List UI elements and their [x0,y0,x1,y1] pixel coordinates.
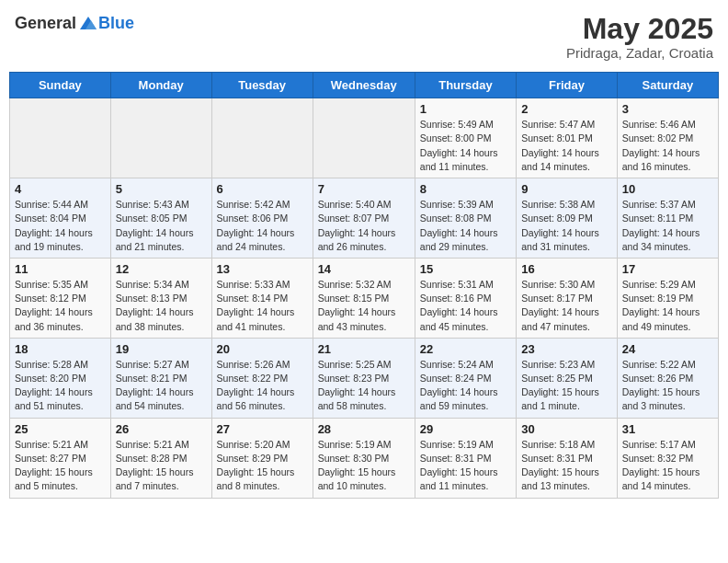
calendar-cell: 13Sunrise: 5:33 AMSunset: 8:14 PMDayligh… [211,258,313,338]
day-number: 24 [622,342,713,356]
day-info: Sunrise: 5:37 AMSunset: 8:11 PMDaylight:… [622,198,713,254]
day-info: Sunrise: 5:26 AMSunset: 8:22 PMDaylight:… [217,358,308,414]
day-info: Sunrise: 5:34 AMSunset: 8:13 PMDaylight:… [116,278,207,334]
day-info: Sunrise: 5:42 AMSunset: 8:06 PMDaylight:… [217,198,308,254]
day-number: 8 [420,182,511,196]
day-info: Sunrise: 5:27 AMSunset: 8:21 PMDaylight:… [116,358,207,414]
day-number: 5 [116,182,207,196]
calendar-cell: 23Sunrise: 5:23 AMSunset: 8:25 PMDayligh… [517,338,618,418]
week-row-1: 1Sunrise: 5:49 AMSunset: 8:00 PMDaylight… [10,98,719,178]
header-day-friday: Friday [517,73,618,98]
day-info: Sunrise: 5:23 AMSunset: 8:25 PMDaylight:… [521,358,612,414]
day-number: 4 [15,182,106,196]
day-number: 7 [318,182,410,196]
page-header: General Blue May 2025 Pridraga, Zadar, C… [9,9,719,64]
day-info: Sunrise: 5:46 AMSunset: 8:02 PMDaylight:… [622,118,713,174]
calendar-cell: 28Sunrise: 5:19 AMSunset: 8:30 PMDayligh… [313,418,415,498]
day-info: Sunrise: 5:24 AMSunset: 8:24 PMDaylight:… [420,358,511,414]
header-day-wednesday: Wednesday [313,73,415,98]
calendar-cell: 5Sunrise: 5:43 AMSunset: 8:05 PMDaylight… [110,178,211,259]
calendar-cell: 22Sunrise: 5:24 AMSunset: 8:24 PMDayligh… [415,338,516,418]
day-info: Sunrise: 5:29 AMSunset: 8:19 PMDaylight:… [622,278,713,334]
calendar-cell [313,98,415,178]
week-row-5: 25Sunrise: 5:21 AMSunset: 8:27 PMDayligh… [10,418,719,498]
day-number: 19 [116,342,207,356]
day-number: 6 [217,182,308,196]
day-number: 31 [622,422,713,436]
calendar-cell: 24Sunrise: 5:22 AMSunset: 8:26 PMDayligh… [617,338,718,418]
calendar-cell: 3Sunrise: 5:46 AMSunset: 8:02 PMDaylight… [617,98,718,178]
day-number: 16 [521,262,612,276]
calendar-cell: 19Sunrise: 5:27 AMSunset: 8:21 PMDayligh… [110,338,211,418]
logo-icon [78,13,98,33]
day-number: 22 [420,342,511,356]
day-info: Sunrise: 5:20 AMSunset: 8:29 PMDaylight:… [217,438,308,494]
calendar-cell: 14Sunrise: 5:32 AMSunset: 8:15 PMDayligh… [313,258,415,338]
header-day-tuesday: Tuesday [211,73,313,98]
calendar-body: 1Sunrise: 5:49 AMSunset: 8:00 PMDaylight… [10,98,719,498]
day-info: Sunrise: 5:19 AMSunset: 8:31 PMDaylight:… [420,438,511,494]
day-info: Sunrise: 5:30 AMSunset: 8:17 PMDaylight:… [521,278,612,334]
day-number: 12 [116,262,207,276]
calendar-cell: 15Sunrise: 5:31 AMSunset: 8:16 PMDayligh… [415,258,516,338]
day-info: Sunrise: 5:18 AMSunset: 8:31 PMDaylight:… [521,438,612,494]
calendar-cell: 25Sunrise: 5:21 AMSunset: 8:27 PMDayligh… [10,418,111,498]
day-number: 14 [318,262,410,276]
calendar-cell: 11Sunrise: 5:35 AMSunset: 8:12 PMDayligh… [10,258,111,338]
day-info: Sunrise: 5:21 AMSunset: 8:28 PMDaylight:… [116,438,207,494]
calendar-cell: 4Sunrise: 5:44 AMSunset: 8:04 PMDaylight… [10,178,111,259]
day-number: 17 [622,262,713,276]
day-info: Sunrise: 5:19 AMSunset: 8:30 PMDaylight:… [318,438,410,494]
day-number: 30 [521,422,612,436]
week-row-3: 11Sunrise: 5:35 AMSunset: 8:12 PMDayligh… [10,258,719,338]
day-number: 26 [116,422,207,436]
header-day-monday: Monday [110,73,211,98]
header-day-saturday: Saturday [617,73,718,98]
calendar-cell: 17Sunrise: 5:29 AMSunset: 8:19 PMDayligh… [617,258,718,338]
day-number: 28 [318,422,410,436]
day-info: Sunrise: 5:21 AMSunset: 8:27 PMDaylight:… [15,438,106,494]
week-row-4: 18Sunrise: 5:28 AMSunset: 8:20 PMDayligh… [10,338,719,418]
day-number: 21 [318,342,410,356]
logo: General Blue [15,13,134,33]
calendar-cell: 8Sunrise: 5:39 AMSunset: 8:08 PMDaylight… [415,178,516,259]
calendar-cell: 20Sunrise: 5:26 AMSunset: 8:22 PMDayligh… [211,338,313,418]
day-number: 9 [521,182,612,196]
calendar-cell [211,98,313,178]
day-info: Sunrise: 5:17 AMSunset: 8:32 PMDaylight:… [622,438,713,494]
logo-general: General [15,14,76,33]
day-info: Sunrise: 5:49 AMSunset: 8:00 PMDaylight:… [420,118,511,174]
header-day-thursday: Thursday [415,73,516,98]
subtitle: Pridraga, Zadar, Croatia [566,45,713,61]
day-number: 11 [15,262,106,276]
day-info: Sunrise: 5:32 AMSunset: 8:15 PMDaylight:… [318,278,410,334]
day-number: 29 [420,422,511,436]
week-row-2: 4Sunrise: 5:44 AMSunset: 8:04 PMDaylight… [10,178,719,259]
calendar-cell: 2Sunrise: 5:47 AMSunset: 8:01 PMDaylight… [517,98,618,178]
logo-blue: Blue [98,14,134,33]
day-number: 20 [217,342,308,356]
header-row: SundayMondayTuesdayWednesdayThursdayFrid… [10,73,719,98]
day-info: Sunrise: 5:38 AMSunset: 8:09 PMDaylight:… [521,198,612,254]
day-info: Sunrise: 5:31 AMSunset: 8:16 PMDaylight:… [420,278,511,334]
header-day-sunday: Sunday [10,73,111,98]
calendar-cell: 18Sunrise: 5:28 AMSunset: 8:20 PMDayligh… [10,338,111,418]
day-info: Sunrise: 5:40 AMSunset: 8:07 PMDaylight:… [318,198,410,254]
day-info: Sunrise: 5:43 AMSunset: 8:05 PMDaylight:… [116,198,207,254]
calendar-cell: 26Sunrise: 5:21 AMSunset: 8:28 PMDayligh… [110,418,211,498]
calendar-cell: 30Sunrise: 5:18 AMSunset: 8:31 PMDayligh… [517,418,618,498]
calendar-cell: 21Sunrise: 5:25 AMSunset: 8:23 PMDayligh… [313,338,415,418]
day-info: Sunrise: 5:44 AMSunset: 8:04 PMDaylight:… [15,198,106,254]
day-info: Sunrise: 5:35 AMSunset: 8:12 PMDaylight:… [15,278,106,334]
day-number: 13 [217,262,308,276]
calendar-header: SundayMondayTuesdayWednesdayThursdayFrid… [10,73,719,98]
day-number: 18 [15,342,106,356]
calendar-cell: 27Sunrise: 5:20 AMSunset: 8:29 PMDayligh… [211,418,313,498]
day-info: Sunrise: 5:28 AMSunset: 8:20 PMDaylight:… [15,358,106,414]
calendar-cell: 29Sunrise: 5:19 AMSunset: 8:31 PMDayligh… [415,418,516,498]
calendar-cell: 31Sunrise: 5:17 AMSunset: 8:32 PMDayligh… [617,418,718,498]
main-title: May 2025 [566,13,713,45]
day-number: 1 [420,102,511,116]
calendar-cell [10,98,111,178]
day-info: Sunrise: 5:22 AMSunset: 8:26 PMDaylight:… [622,358,713,414]
